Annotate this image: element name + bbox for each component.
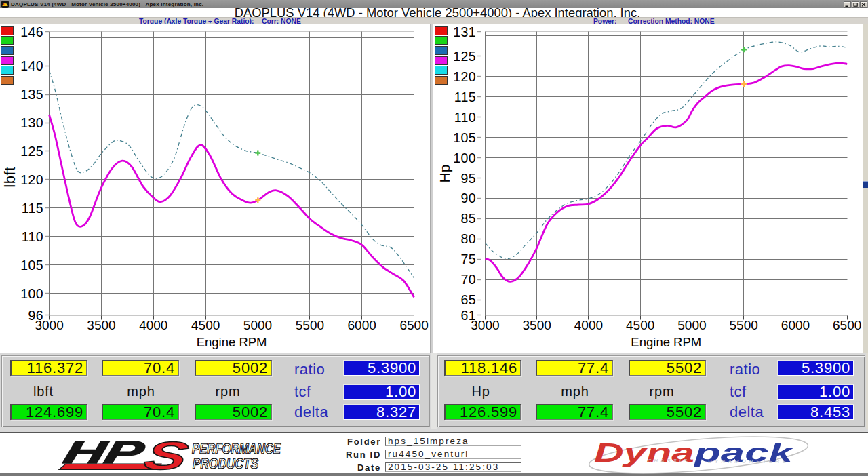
svg-text:CHASSIS: CHASSIS xyxy=(648,458,690,464)
svg-text:75: 75 xyxy=(461,252,477,266)
svg-text:Engine RPM: Engine RPM xyxy=(631,335,701,349)
svg-text:S: S xyxy=(140,437,193,475)
svg-text:3000: 3000 xyxy=(35,318,63,332)
svg-text:135: 135 xyxy=(20,87,43,102)
svg-text:100: 100 xyxy=(453,151,476,165)
svg-text:130: 130 xyxy=(20,115,43,130)
svg-text:115: 115 xyxy=(22,201,43,216)
svg-text:4000: 4000 xyxy=(574,318,603,332)
svg-text:70: 70 xyxy=(461,272,477,287)
svg-text:4500: 4500 xyxy=(191,318,220,332)
svg-text:65: 65 xyxy=(461,292,477,307)
svg-text:3000: 3000 xyxy=(471,318,499,332)
svg-text:85: 85 xyxy=(461,211,477,226)
svg-text:6000: 6000 xyxy=(348,318,376,332)
svg-text:HP: HP xyxy=(60,437,148,470)
svg-text:105: 105 xyxy=(20,258,43,273)
svg-text:115: 115 xyxy=(454,90,476,104)
svg-text:110: 110 xyxy=(22,229,43,244)
svg-text:131: 131 xyxy=(453,24,476,39)
svg-text:5000: 5000 xyxy=(243,318,272,332)
svg-text:5500: 5500 xyxy=(296,318,324,332)
svg-text:DYNAMOMETERS: DYNAMOMETERS xyxy=(708,458,789,464)
svg-text:3500: 3500 xyxy=(87,318,115,332)
svg-text:Engine RPM: Engine RPM xyxy=(197,335,267,349)
svg-text:90: 90 xyxy=(461,191,477,205)
svg-text:6500: 6500 xyxy=(833,318,861,332)
svg-text:Hp: Hp xyxy=(437,165,452,183)
svg-text:5500: 5500 xyxy=(730,318,758,332)
svg-text:PRODUCTS: PRODUCTS xyxy=(193,455,258,472)
svg-text:3500: 3500 xyxy=(523,318,551,332)
svg-text:110: 110 xyxy=(454,110,476,125)
svg-text:5000: 5000 xyxy=(677,318,706,332)
svg-text:95: 95 xyxy=(461,171,477,186)
svg-text:146: 146 xyxy=(20,24,43,39)
svg-text:lbft: lbft xyxy=(1,166,18,187)
svg-text:125: 125 xyxy=(453,49,476,64)
svg-text:80: 80 xyxy=(461,231,477,246)
svg-text:120: 120 xyxy=(20,172,43,187)
svg-text:125: 125 xyxy=(20,144,43,159)
svg-text:4500: 4500 xyxy=(626,318,654,332)
svg-text:105: 105 xyxy=(453,130,476,145)
svg-text:6500: 6500 xyxy=(399,318,428,332)
svg-text:120: 120 xyxy=(453,69,476,84)
svg-text:6000: 6000 xyxy=(781,318,810,332)
svg-text:100: 100 xyxy=(20,286,43,301)
svg-text:4000: 4000 xyxy=(139,318,167,332)
svg-text:140: 140 xyxy=(20,58,43,73)
